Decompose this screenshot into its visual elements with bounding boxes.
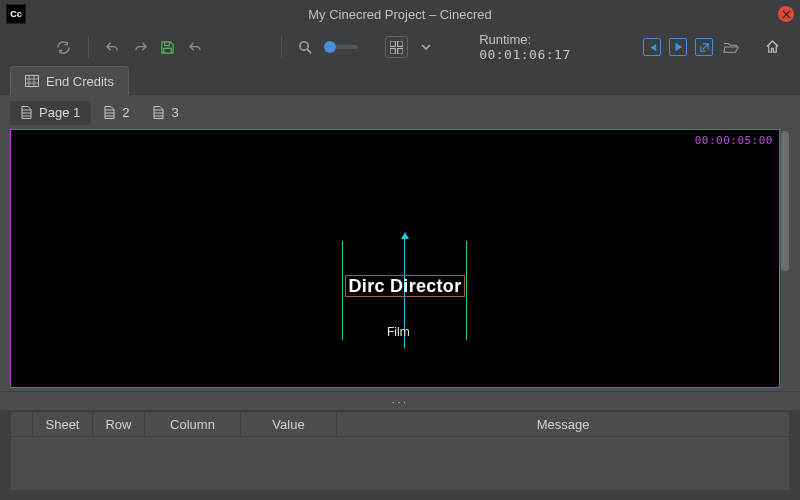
page-tab-1[interactable]: Page 1 xyxy=(10,101,91,125)
main-tabs: End Credits xyxy=(0,66,800,99)
spreadsheet-icon xyxy=(25,75,39,87)
svg-rect-3 xyxy=(390,48,395,53)
page-icon xyxy=(104,106,115,119)
redo-button[interactable] xyxy=(130,36,150,58)
role-text: Dirc Director xyxy=(349,276,462,297)
popout-icon xyxy=(699,42,710,53)
page-tab-2[interactable]: 2 xyxy=(93,101,140,125)
guide-right xyxy=(466,241,467,340)
preview-popout-button[interactable] xyxy=(695,38,713,56)
preview-canvas[interactable]: 00:00:05:00 Dirc Director Film xyxy=(10,129,780,388)
th-icon[interactable] xyxy=(11,412,33,436)
chevron-down-icon xyxy=(421,44,431,50)
svg-rect-2 xyxy=(397,41,402,46)
redo-icon xyxy=(133,41,148,54)
folder-open-icon xyxy=(723,40,739,54)
save-button[interactable] xyxy=(158,36,178,58)
page-tab-label: 3 xyxy=(171,105,178,120)
page-tab-label: 2 xyxy=(122,105,129,120)
th-message[interactable]: Message xyxy=(337,412,789,436)
svg-point-0 xyxy=(300,41,308,49)
save-icon xyxy=(160,40,175,55)
svg-rect-1 xyxy=(390,41,395,46)
layout-button[interactable] xyxy=(385,36,408,58)
zoom-slider-knob[interactable] xyxy=(324,41,336,53)
refresh-button[interactable] xyxy=(54,36,74,58)
titlebar: Cc My Cinecred Project – Cinecred xyxy=(0,0,800,28)
home-icon xyxy=(765,40,780,54)
preview-timecode: 00:00:05:00 xyxy=(695,134,773,147)
tab-label: End Credits xyxy=(46,74,114,89)
play-icon xyxy=(673,42,683,52)
close-button[interactable] xyxy=(778,6,794,22)
th-sheet[interactable]: Sheet xyxy=(33,412,93,436)
skip-back-icon xyxy=(647,42,658,53)
revert-button[interactable] xyxy=(186,36,206,58)
separator xyxy=(281,36,282,58)
layout-dropdown[interactable] xyxy=(416,36,436,58)
page-tabs: Page 1 2 3 xyxy=(0,99,800,126)
runtime-timecode: 00:01:06:17 xyxy=(479,47,571,62)
scrollbar-thumb[interactable] xyxy=(781,131,789,271)
close-icon xyxy=(782,10,791,19)
role-box[interactable]: Dirc Director xyxy=(345,275,465,297)
zoom-slider[interactable] xyxy=(326,45,358,49)
page-tab-3[interactable]: 3 xyxy=(142,101,189,125)
window-title: My Cinecred Project – Cinecred xyxy=(308,7,492,22)
home-button[interactable] xyxy=(762,36,782,58)
preview-play-button[interactable] xyxy=(669,38,687,56)
issues-table-header: Sheet Row Column Value Message xyxy=(10,411,790,437)
runtime-label-text: Runtime: xyxy=(479,32,531,47)
zoom-button[interactable] xyxy=(296,36,316,58)
th-column[interactable]: Column xyxy=(145,412,241,436)
search-icon xyxy=(298,40,313,55)
grid-icon xyxy=(390,41,403,54)
tab-end-credits[interactable]: End Credits xyxy=(10,66,129,95)
th-value[interactable]: Value xyxy=(241,412,337,436)
toolbar: Runtime: 00:01:06:17 xyxy=(0,28,800,66)
page-icon xyxy=(21,106,32,119)
sub-text: Film xyxy=(387,325,410,339)
svg-rect-5 xyxy=(26,76,39,87)
preview-scrollbar[interactable] xyxy=(780,129,790,388)
svg-rect-4 xyxy=(397,48,402,53)
separator xyxy=(88,36,89,58)
open-folder-button[interactable] xyxy=(721,36,741,58)
runtime-label: Runtime: 00:01:06:17 xyxy=(479,32,611,62)
revert-icon xyxy=(188,41,203,54)
issues-table-body xyxy=(10,437,790,491)
page-tab-label: Page 1 xyxy=(39,105,80,120)
undo-button[interactable] xyxy=(103,36,123,58)
page-icon xyxy=(153,106,164,119)
th-row[interactable]: Row xyxy=(93,412,145,436)
undo-icon xyxy=(105,41,120,54)
more-handle[interactable]: ··· xyxy=(0,391,800,411)
refresh-icon xyxy=(56,40,71,55)
preview-wrap: 00:00:05:00 Dirc Director Film xyxy=(0,126,800,391)
app-icon: Cc xyxy=(6,4,26,24)
guide-left xyxy=(342,241,343,340)
preview-skip-back-button[interactable] xyxy=(643,38,661,56)
